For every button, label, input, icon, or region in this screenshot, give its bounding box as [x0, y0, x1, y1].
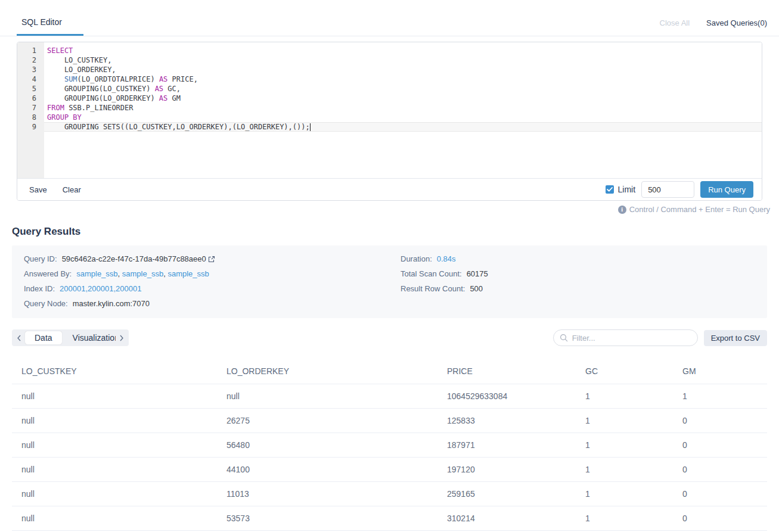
table-cell: 1: [576, 384, 673, 409]
code-token: LO_ORDERKEY,: [47, 66, 116, 74]
index-id-link[interactable]: 200001,200001,200001: [60, 285, 141, 293]
code-line[interactable]: GROUPING(LO_CUSTKEY) AS GC,: [44, 84, 762, 94]
duration-label: Duration:: [401, 255, 432, 263]
run-query-button[interactable]: Run Query: [700, 181, 753, 198]
table-row: nullnull106452963308411: [12, 384, 767, 409]
table-row: null1101325916510: [12, 482, 767, 506]
editor-footer: Save Clear Limit Run Query: [17, 178, 762, 200]
run-controls: Limit Run Query: [606, 181, 753, 198]
code-token: [47, 75, 64, 83]
column-header: GC: [576, 360, 673, 384]
result-row-count-value: 500: [470, 285, 483, 293]
tab-sql-editor-label: SQL Editor: [21, 17, 62, 27]
query-id-label: Query ID:: [24, 255, 57, 263]
line-number: 1: [17, 46, 36, 55]
table-cell: 187971: [437, 433, 576, 458]
answered-by-link[interactable]: sample_ssb: [122, 269, 163, 278]
table-cell: 53573: [217, 506, 437, 531]
tab-sql-editor[interactable]: SQL Editor: [17, 17, 83, 36]
table-cell: 11013: [217, 482, 437, 506]
tab-bar-actions: Close All Saved Queries(0): [660, 18, 767, 36]
chevron-right-icon[interactable]: [117, 331, 126, 345]
code-line[interactable]: FROM SSB.P_LINEORDER: [44, 103, 762, 113]
line-number: 5: [17, 84, 36, 94]
table-cell: 1: [576, 506, 673, 531]
export-csv-button[interactable]: Export to CSV: [704, 330, 767, 346]
code-token: AS: [159, 75, 167, 83]
code-token: FROM: [47, 104, 64, 112]
query-node-label: Query Node:: [24, 300, 68, 308]
table-cell: 1: [576, 458, 673, 482]
table-cell: 1: [673, 384, 767, 409]
code-line[interactable]: SUM(LO_ORDTOTALPRICE) AS PRICE,: [44, 74, 762, 84]
tab-data[interactable]: Data: [25, 331, 62, 344]
checkmark-icon: [607, 187, 613, 192]
code-token: (LO_ORDTOTALPRICE): [77, 75, 159, 83]
line-number: 4: [17, 74, 36, 84]
total-scan-label: Total Scan Count:: [401, 270, 462, 278]
summary-right-column: Duration: 0.84s Total Scan Count: 60175 …: [401, 255, 755, 315]
editor-tab-bar: SQL Editor Close All Saved Queries(0): [0, 0, 779, 36]
filter-input[interactable]: [553, 329, 698, 346]
line-number: 9: [17, 122, 36, 132]
table-cell: 44100: [217, 458, 437, 482]
code-editor[interactable]: 123456789 SELECT LO_CUSTKEY, LO_ORDERKEY…: [17, 42, 762, 178]
code-line[interactable]: LO_ORDERKEY,: [44, 65, 762, 74]
tab-visualization[interactable]: Visualization: [63, 331, 116, 344]
external-link-icon[interactable]: [208, 256, 215, 263]
line-number: 8: [17, 113, 36, 122]
run-shortcut-hint: i Control / Command + Enter = Run Query: [0, 205, 770, 214]
saved-queries-button[interactable]: Saved Queries(0): [706, 18, 767, 27]
table-cell: 310214: [437, 506, 576, 531]
column-header: LO_ORDERKEY: [217, 360, 437, 384]
table-cell: 0: [673, 433, 767, 458]
code-token: GROUP BY: [47, 113, 82, 122]
text-cursor: [310, 123, 311, 131]
code-line[interactable]: LO_CUSTKEY,: [44, 55, 762, 65]
table-cell: 0: [673, 506, 767, 531]
table-cell: null: [12, 458, 217, 482]
table-cell: 1: [576, 482, 673, 506]
answered-by-link[interactable]: sample_ssb: [167, 269, 209, 278]
answered-by-link[interactable]: sample_ssb: [76, 269, 117, 278]
table-cell: 259165: [437, 482, 576, 506]
column-header: GM: [673, 360, 767, 384]
code-line[interactable]: GROUPING(LO_ORDERKEY) AS GM: [44, 94, 762, 103]
results-toolbar: Data Visualization Export to CSV: [12, 329, 767, 346]
hint-text: Control / Command + Enter = Run Query: [629, 205, 770, 214]
code-token: PRICE,: [167, 75, 198, 83]
code-token: LO_CUSTKEY,: [47, 56, 111, 64]
table-cell: 56480: [217, 433, 437, 458]
chevron-left-icon[interactable]: [14, 331, 24, 345]
column-header: LO_CUSTKEY: [12, 360, 217, 384]
table-cell: 197120: [437, 458, 576, 482]
code-token: SUM: [64, 75, 77, 83]
limit-checkbox[interactable]: [606, 185, 614, 194]
table-cell: 0: [673, 458, 767, 482]
answered-by-label: Answered By:: [24, 270, 72, 278]
code-line[interactable]: SELECT: [44, 46, 762, 55]
limit-input[interactable]: [641, 181, 694, 198]
code-token: SELECT: [47, 46, 73, 55]
summary-left-column: Query ID: 59c6462a-c22e-f47c-17da-49b77c…: [24, 255, 401, 315]
table-cell: 125833: [437, 409, 576, 433]
table-cell: null: [12, 384, 217, 409]
line-number: 3: [17, 65, 36, 74]
search-icon: [560, 334, 568, 344]
save-button[interactable]: Save: [29, 185, 47, 194]
code-token: GM: [167, 94, 181, 102]
toolbar-right: Export to CSV: [553, 329, 767, 346]
answered-by-links: sample_ssb, sample_ssb, sample_ssb: [76, 270, 209, 278]
view-switcher: Data Visualization: [12, 329, 129, 346]
table-body: nullnull106452963308411null2627512583310…: [12, 384, 767, 531]
code-line[interactable]: GROUP BY: [44, 113, 762, 122]
table-row: null5648018797110: [12, 433, 767, 458]
query-results-summary: Query ID: 59c6462a-c22e-f47c-17da-49b77c…: [12, 245, 767, 318]
close-all-button[interactable]: Close All: [660, 18, 690, 27]
code-lines[interactable]: SELECT LO_CUSTKEY, LO_ORDERKEY, SUM(LO_O…: [44, 42, 762, 178]
limit-label: Limit: [618, 185, 636, 194]
index-id-label: Index ID:: [24, 285, 55, 293]
code-line[interactable]: GROUPING SETS((LO_CUSTKEY,LO_ORDERKEY),(…: [44, 122, 762, 132]
table-cell: 1: [576, 409, 673, 433]
clear-button[interactable]: Clear: [63, 185, 81, 194]
